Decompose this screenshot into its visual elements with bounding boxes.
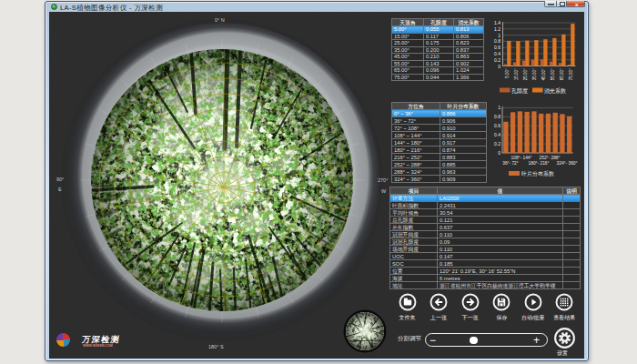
svg-text:消光系数: 消光系数 [544,87,566,95]
svg-text:55.00°: 55.00° [551,68,555,80]
svg-text:0: 0 [498,150,500,156]
svg-text:0.8: 0.8 [494,114,500,119]
svg-text:1: 1 [498,105,500,110]
svg-text:0.2: 0.2 [494,141,500,147]
svg-text:45.00°: 45.00° [541,68,546,80]
svg-text:75.00°: 75.00° [569,68,573,80]
svg-text:36°- 72°: 36°- 72° [502,161,519,166]
svg-text:0.4: 0.4 [494,132,500,137]
svg-text:180°- 216°: 180°- 216° [529,161,550,166]
svg-text:35.00°: 35.00° [532,68,537,80]
svg-text:15.00°: 15.00° [514,68,519,80]
svg-text:252°- 288°: 252°- 288° [540,156,561,160]
svg-text:108°- 144°: 108°- 144° [511,156,532,160]
svg-text:65.00°: 65.00° [560,68,564,80]
svg-text:叶片分布系数: 叶片分布系数 [521,170,554,177]
svg-text:25.00°: 25.00° [523,68,528,80]
svg-text:孔隙度: 孔隙度 [511,87,528,95]
svg-text:5.00°: 5.00° [505,68,510,78]
svg-text:0.6: 0.6 [494,123,500,128]
svg-text:324°- 360°: 324°- 360° [557,161,578,166]
